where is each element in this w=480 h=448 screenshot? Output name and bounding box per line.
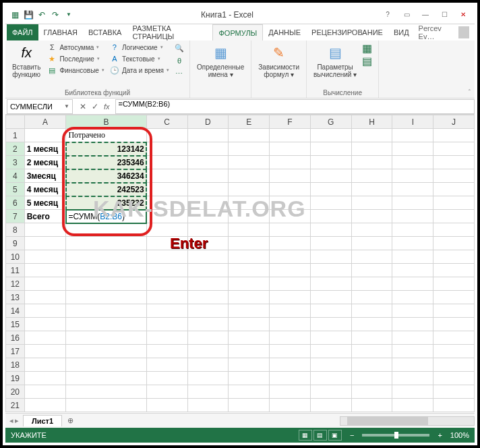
view-layout-button[interactable]: ▤ bbox=[313, 430, 327, 441]
row-header[interactable]: 11 bbox=[6, 264, 25, 277]
col-header-H[interactable]: H bbox=[351, 115, 392, 129]
row-header[interactable]: 3 bbox=[6, 156, 25, 169]
tab-layout[interactable]: РАЗМЕТКА СТРАНИЦЫ bbox=[127, 24, 212, 40]
row-header[interactable]: 7 bbox=[6, 210, 25, 223]
col-header-F[interactable]: F bbox=[270, 115, 311, 129]
select-all-corner[interactable] bbox=[6, 115, 25, 129]
cell[interactable]: 4 месяц bbox=[24, 183, 66, 196]
col-header-G[interactable]: G bbox=[310, 115, 351, 129]
formula-auditing-button[interactable]: ✎ Зависимости формул ▾ bbox=[256, 42, 302, 80]
cell[interactable]: 5 месяц bbox=[24, 196, 66, 210]
zoom-level[interactable]: 100% bbox=[450, 431, 469, 439]
col-header-B[interactable]: B bbox=[66, 115, 146, 129]
zoom-slider[interactable] bbox=[362, 434, 429, 437]
row-header[interactable]: 18 bbox=[6, 358, 25, 372]
defined-names-button[interactable]: ▦ Определенные имена ▾ bbox=[194, 42, 247, 80]
tab-home[interactable]: ГЛАВНАЯ bbox=[38, 24, 83, 40]
cell[interactable]: 235346 bbox=[66, 156, 146, 169]
row-header[interactable]: 20 bbox=[6, 385, 25, 399]
undo-icon[interactable]: ↶ bbox=[36, 9, 47, 20]
calc-sheet-button[interactable]: ▤ bbox=[362, 55, 374, 67]
sheet-tab[interactable]: Лист1 bbox=[23, 415, 62, 426]
horizontal-scrollbar[interactable] bbox=[340, 416, 475, 426]
row-header[interactable]: 19 bbox=[6, 372, 25, 385]
row-header[interactable]: 1 bbox=[6, 129, 25, 142]
more-fn-button[interactable]: ⋯ bbox=[173, 67, 185, 80]
cell[interactable]: 3месяц bbox=[24, 169, 66, 183]
cancel-formula-icon[interactable]: ✕ bbox=[80, 102, 86, 111]
cell[interactable]: 123142 bbox=[66, 142, 146, 156]
col-header-I[interactable]: I bbox=[392, 115, 433, 129]
calc-now-button[interactable]: ▦ bbox=[362, 42, 374, 54]
user-account[interactable]: Percev Ev… bbox=[415, 24, 473, 40]
row-header[interactable]: 13 bbox=[6, 291, 25, 304]
col-header-E[interactable]: E bbox=[229, 115, 270, 129]
financial-button[interactable]: ▤Финансовые▾ bbox=[46, 65, 106, 76]
insert-function-button[interactable]: fx Вставить функцию bbox=[9, 42, 43, 80]
view-normal-button[interactable]: ▦ bbox=[299, 430, 312, 441]
row-header[interactable]: 10 bbox=[6, 250, 25, 264]
redo-icon[interactable]: ↷ bbox=[50, 9, 61, 20]
math-button[interactable]: θ bbox=[173, 55, 185, 67]
cell[interactable]: 1 месяц bbox=[24, 142, 66, 156]
recent-button[interactable]: ★Последние▾ bbox=[46, 53, 106, 64]
col-header-D[interactable]: D bbox=[187, 115, 229, 129]
minimize-button[interactable]: — bbox=[417, 8, 434, 22]
calc-options-button[interactable]: ▤ Параметры вычислений ▾ bbox=[311, 42, 359, 80]
row-header[interactable]: 4 bbox=[6, 169, 25, 183]
cell[interactable]: 346234 bbox=[66, 169, 146, 183]
qat-dropdown-icon[interactable]: ▼ bbox=[63, 9, 74, 20]
logical-button[interactable]: ?Логические▾ bbox=[109, 42, 171, 53]
tab-data[interactable]: ДАННЫЕ bbox=[263, 24, 306, 40]
ribbon-display-icon[interactable]: ▭ bbox=[398, 8, 415, 22]
col-header-A[interactable]: A bbox=[24, 115, 66, 129]
tab-review[interactable]: РЕЦЕНЗИРОВАНИЕ bbox=[306, 24, 388, 40]
fx-icon[interactable]: fx bbox=[104, 103, 110, 111]
zoom-out-button[interactable]: − bbox=[350, 431, 354, 439]
lookup-button[interactable]: 🔍 bbox=[173, 42, 185, 54]
row-header[interactable]: 8 bbox=[6, 223, 25, 237]
row-header[interactable]: 5 bbox=[6, 183, 25, 196]
save-icon[interactable]: 💾 bbox=[23, 9, 34, 20]
row-header[interactable]: 16 bbox=[6, 331, 25, 345]
row-header[interactable]: 2 bbox=[6, 142, 25, 156]
row-header[interactable]: 17 bbox=[6, 345, 25, 358]
help-icon[interactable]: ? bbox=[379, 8, 396, 22]
enter-formula-icon[interactable]: ✓ bbox=[92, 102, 98, 111]
cell[interactable]: 235232 bbox=[66, 196, 146, 210]
cell[interactable]: Всего bbox=[24, 210, 66, 223]
chevron-down-icon[interactable]: ▼ bbox=[64, 103, 69, 109]
tab-view[interactable]: ВИД bbox=[388, 24, 415, 40]
cell[interactable] bbox=[24, 129, 66, 142]
name-manager-icon: ▦ bbox=[211, 43, 230, 62]
close-button[interactable]: ✕ bbox=[454, 8, 472, 22]
view-break-button[interactable]: ▣ bbox=[328, 430, 342, 441]
text-button[interactable]: AТекстовые▾ bbox=[109, 53, 171, 64]
cell[interactable]: 2 месяц bbox=[24, 156, 66, 169]
sheet-nav-next-icon[interactable]: ▸ bbox=[15, 416, 19, 425]
col-header-C[interactable]: C bbox=[146, 115, 187, 129]
tab-formulas[interactable]: ФОРМУЛЫ bbox=[212, 24, 263, 40]
row-header[interactable]: 14 bbox=[6, 304, 25, 318]
cell[interactable]: 242523 bbox=[66, 183, 146, 196]
autosum-button[interactable]: ΣАвтосумма▾ bbox=[46, 42, 106, 53]
cell[interactable]: Потрачено bbox=[66, 129, 146, 142]
row-header[interactable]: 9 bbox=[6, 237, 25, 250]
row-header[interactable]: 12 bbox=[6, 277, 25, 291]
datetime-button[interactable]: 🕒Дата и время▾ bbox=[109, 65, 171, 76]
cell-editing[interactable]: =СУММ(B2:B6) bbox=[66, 210, 146, 223]
worksheet-grid[interactable]: A B C D E F G H I J 1Потрачено 21 месяц1… bbox=[5, 115, 475, 413]
formula-input[interactable]: =СУММ(B2:B6) bbox=[115, 99, 475, 114]
row-header[interactable]: 15 bbox=[6, 318, 25, 331]
sheet-nav-prev-icon[interactable]: ◂ bbox=[9, 416, 13, 425]
zoom-in-button[interactable]: + bbox=[438, 431, 442, 439]
add-sheet-button[interactable]: ⊕ bbox=[62, 416, 79, 425]
name-box[interactable]: СУММЕСЛИ▼ bbox=[7, 99, 73, 114]
tab-file[interactable]: ФАЙЛ bbox=[7, 24, 38, 40]
tab-insert[interactable]: ВСТАВКА bbox=[83, 24, 127, 40]
col-header-J[interactable]: J bbox=[433, 115, 475, 129]
row-header[interactable]: 21 bbox=[6, 399, 25, 412]
collapse-ribbon-icon[interactable]: ˆ bbox=[469, 89, 471, 96]
maximize-button[interactable]: ☐ bbox=[436, 8, 453, 22]
row-header[interactable]: 6 bbox=[6, 196, 25, 210]
